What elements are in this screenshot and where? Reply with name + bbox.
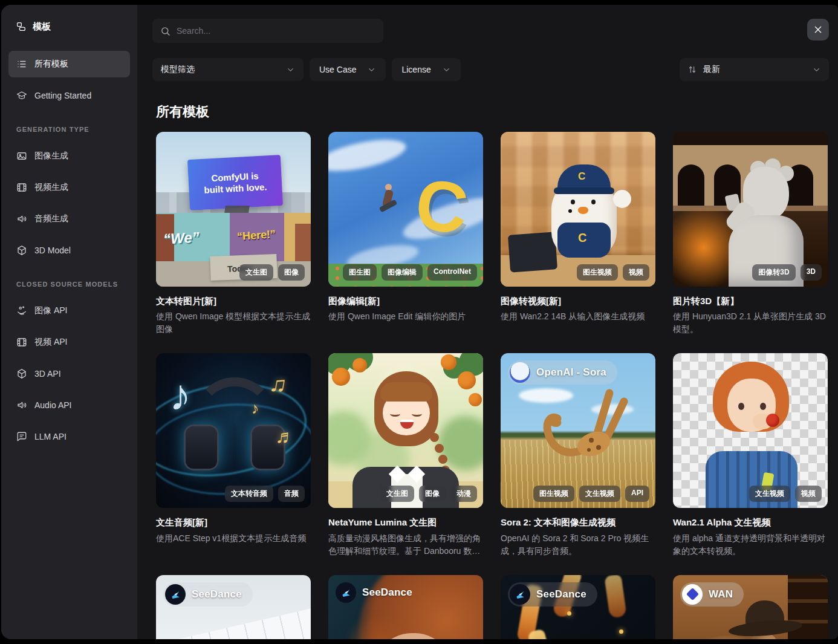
sidebar-item-image-generation[interactable]: 图像生成: [8, 143, 130, 169]
sort-dropdown[interactable]: 最新: [680, 58, 829, 81]
badge-row: 图生视频 视频: [577, 264, 649, 281]
badge: 图生图: [343, 264, 377, 281]
card-description: 使用 Hunyuan3D 2.1 从单张图片生成 3D 模型。: [673, 310, 828, 336]
sidebar-item-3d-api[interactable]: 3D API: [8, 360, 130, 387]
sidebar-item-label: Audio API: [34, 400, 72, 410]
chevron-down-icon: [367, 65, 376, 74]
card-title: 图像转视频[新]: [501, 295, 655, 307]
badge: 图生视频: [577, 264, 618, 281]
close-button[interactable]: [807, 19, 829, 41]
card-title: Wan2.1 Alpha 文生视频: [673, 516, 828, 529]
sidebar-item-label: 视频生成: [34, 182, 68, 193]
sidebar-item-label: 视频 API: [34, 337, 67, 348]
template-thumbnail: 图像转3D 3D: [673, 132, 828, 287]
template-card-seedance-2[interactable]: SeeDance: [328, 575, 483, 640]
topbar: [137, 5, 838, 43]
template-card-seedance-3[interactable]: SeeDance: [501, 575, 655, 640]
search-input-wrapper[interactable]: [152, 19, 383, 43]
card-description: 使用 Qwen Image Edit 编辑你的图片: [328, 310, 483, 323]
badge: ControlNet: [427, 264, 477, 281]
license-label: License: [401, 65, 430, 74]
brand-overlay: WAN: [680, 582, 744, 607]
template-card-wan-alpha[interactable]: 文生视频 视频 Wan2.1 Alpha 文生视频 使用 alpha 通道支持透…: [673, 353, 828, 557]
badge: 文生视频: [749, 486, 790, 502]
chat-bubble-icon: [16, 431, 27, 442]
sidebar-item-label: 音频生成: [34, 213, 68, 224]
card-title: 文生音频[新]: [156, 516, 311, 529]
card-title: NetaYume Lumina 文生图: [328, 516, 483, 529]
image-icon: [16, 151, 27, 161]
film-icon: [16, 182, 27, 193]
card-title: 图片转3D【新】: [673, 295, 828, 307]
chevron-down-icon: [286, 65, 295, 74]
sidebar-item-video-api[interactable]: 视频 API: [8, 329, 130, 356]
badge: 音频: [278, 486, 305, 502]
template-card-sora-2[interactable]: OpenAI - Sora 图生视频 文生视频 API Sora 2: 文本和图…: [501, 353, 655, 557]
template-card-image-edit[interactable]: C 图生图 图像编辑 ControlNet 图像编辑[新] 使用 Qwen Im…: [328, 132, 483, 336]
use-case-dropdown[interactable]: Use Case: [310, 58, 386, 81]
chevron-down-icon: [812, 65, 821, 74]
template-card-netayume-lumina[interactable]: 文生图 图像 动漫 NetaYume Lumina 文生图 高质量动漫风格图像生…: [328, 353, 483, 557]
card-description: 使用 Qwen Image 模型根据文本提示生成图像: [156, 310, 311, 336]
sidebar-item-all-templates[interactable]: 所有模板: [8, 51, 130, 77]
sidebar-section-closed-source: CLOSED SOURCE MODELS: [8, 281, 130, 288]
sidebar-item-video-generation[interactable]: 视频生成: [8, 174, 130, 201]
speaker-icon: [16, 213, 27, 224]
sidebar-item-llm-api[interactable]: LLM API: [8, 423, 130, 450]
brand-overlay: SeeDance: [163, 582, 253, 607]
film-icon: [16, 337, 27, 348]
wan-logo-icon: [682, 584, 703, 605]
badge: 3D: [801, 264, 822, 281]
sidebar-item-audio-generation[interactable]: 音频生成: [8, 206, 130, 232]
brand-overlay: SeeDance: [508, 582, 597, 607]
yellow-c-graphic: C: [412, 168, 472, 245]
sidebar-item-label: 3D Model: [34, 246, 71, 255]
template-card-text-to-audio[interactable]: ♪ ♫ ♪ ♬ 文本转音频 音频 文生音频[新] 使用ACE Step v1根据…: [156, 353, 311, 557]
template-thumbnail: OpenAI - Sora 图生视频 文生视频 API: [501, 353, 655, 508]
brand-label: SeeDance: [536, 588, 586, 600]
template-card-text-to-image[interactable]: ComfyUI isbuilt with love. “We” “Here!” …: [156, 132, 311, 336]
badge: 文生视频: [579, 486, 620, 502]
template-card-seedance-1[interactable]: SeeDance: [156, 575, 311, 640]
card-title: 图像编辑[新]: [328, 295, 483, 307]
sidebar-item-label: 图像 API: [34, 305, 67, 316]
sidebar-item-getting-started[interactable]: Getting Started: [8, 82, 130, 109]
brand-label: SeeDance: [192, 588, 242, 600]
template-thumbnail: 文生图 图像 动漫: [328, 353, 483, 508]
license-dropdown[interactable]: License: [392, 58, 460, 81]
template-card-image-to-3d[interactable]: 图像转3D 3D 图片转3D【新】 使用 Hunyuan3D 2.1 从单张图片…: [673, 132, 828, 336]
sidebar-item-label: 所有模板: [34, 59, 68, 70]
badge-row: 图像转3D 3D: [752, 264, 822, 281]
speaker-icon: [16, 400, 27, 411]
use-case-label: Use Case: [319, 65, 356, 74]
search-icon: [160, 26, 171, 36]
seedance-logo-icon: [336, 582, 356, 603]
graduation-cap-icon: [16, 90, 27, 101]
sidebar-item-3d-model[interactable]: 3D Model: [8, 237, 130, 264]
template-thumbnail: SeeDance: [501, 575, 655, 640]
sidebar-item-image-api[interactable]: 图像 API: [8, 298, 130, 324]
badge: 文生图: [239, 264, 273, 281]
template-thumbnail: SeeDance: [156, 575, 311, 640]
badge: 图像: [278, 264, 305, 281]
template-thumbnail: C C 图生视频 视频: [501, 132, 655, 287]
template-thumbnail: 文生视频 视频: [673, 353, 828, 508]
badge-row: 文生视频 视频: [749, 486, 822, 502]
badge: API: [625, 486, 649, 502]
model-filter-dropdown[interactable]: 模型筛选: [152, 58, 304, 81]
badge: 图像编辑: [382, 264, 423, 281]
filter-bar: 模型筛选 Use Case License 最新: [137, 43, 838, 81]
template-thumbnail: ♪ ♫ ♪ ♬ 文本转音频 音频: [156, 353, 311, 508]
card-description: 使用 Wan2.2 14B 从输入图像生成视频: [501, 310, 655, 323]
sidebar-item-audio-api[interactable]: Audio API: [8, 392, 130, 418]
badge: 文本转音频: [225, 486, 273, 502]
template-card-image-to-video[interactable]: C C 图生视频 视频 图像转视频[新] 使用 Wan2.2 14B 从输入图像…: [501, 132, 655, 336]
search-input[interactable]: [177, 26, 375, 36]
template-card-wan[interactable]: WAN: [673, 575, 828, 640]
badge: 图像: [419, 486, 446, 502]
template-thumbnail: WAN: [673, 575, 828, 640]
templates-logo-icon: [16, 21, 27, 33]
list-icon: [16, 59, 27, 70]
page-title: 所有模板: [137, 103, 838, 121]
chevron-down-icon: [442, 65, 451, 74]
